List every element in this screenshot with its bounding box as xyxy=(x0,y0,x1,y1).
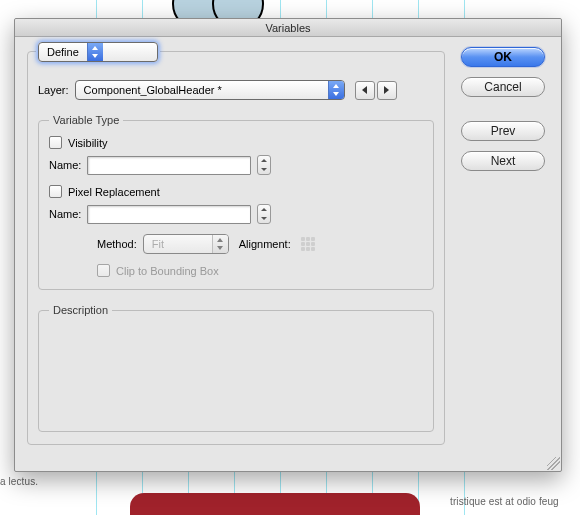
variable-type-group: Variable Type Visibility Name: Pixel Rep… xyxy=(38,114,434,290)
name-label-2: Name: xyxy=(49,208,81,220)
description-group: Description xyxy=(38,304,434,432)
triangle-right-icon xyxy=(384,86,389,94)
method-dropdown[interactable]: Fit xyxy=(143,234,229,254)
background-text-2: a lectus. xyxy=(0,475,38,489)
visibility-name-stepper[interactable] xyxy=(257,155,271,175)
background-bar xyxy=(130,493,420,515)
clip-checkbox[interactable] xyxy=(97,264,110,277)
resize-handle[interactable] xyxy=(547,457,560,470)
dialog-title: Variables xyxy=(15,19,561,37)
prev-layer-button[interactable] xyxy=(355,81,375,100)
variables-dialog: Variables Define Layer: Component_Global… xyxy=(14,18,562,472)
background-text: tristique est at odio feug xyxy=(450,495,559,509)
pixel-replacement-checkbox[interactable] xyxy=(49,185,62,198)
chevron-updown-icon xyxy=(328,81,344,99)
prev-button[interactable]: Prev xyxy=(461,121,545,141)
main-group: Define Layer: Component_GlobalHeader * xyxy=(27,51,445,445)
cancel-button[interactable]: Cancel xyxy=(461,77,545,97)
visibility-name-input[interactable] xyxy=(87,156,251,175)
layer-dropdown[interactable]: Component_GlobalHeader * xyxy=(75,80,345,100)
alignment-grid-icon xyxy=(301,237,316,252)
define-dropdown[interactable]: Define xyxy=(38,42,158,62)
variable-type-legend: Variable Type xyxy=(49,114,123,126)
pixel-name-input[interactable] xyxy=(87,205,251,224)
description-legend: Description xyxy=(49,304,112,316)
chevron-updown-icon xyxy=(87,43,103,61)
visibility-checkbox[interactable] xyxy=(49,136,62,149)
chevron-updown-icon xyxy=(212,235,228,253)
triangle-left-icon xyxy=(362,86,367,94)
clip-label: Clip to Bounding Box xyxy=(116,265,219,277)
pixel-name-stepper[interactable] xyxy=(257,204,271,224)
visibility-label: Visibility xyxy=(68,137,108,149)
next-layer-button[interactable] xyxy=(377,81,397,100)
alignment-label: Alignment: xyxy=(239,238,291,250)
method-label: Method: xyxy=(97,238,137,250)
ok-button[interactable]: OK xyxy=(461,47,545,67)
next-button[interactable]: Next xyxy=(461,151,545,171)
pixel-replacement-label: Pixel Replacement xyxy=(68,186,160,198)
layer-label: Layer: xyxy=(38,84,69,96)
name-label-1: Name: xyxy=(49,159,81,171)
